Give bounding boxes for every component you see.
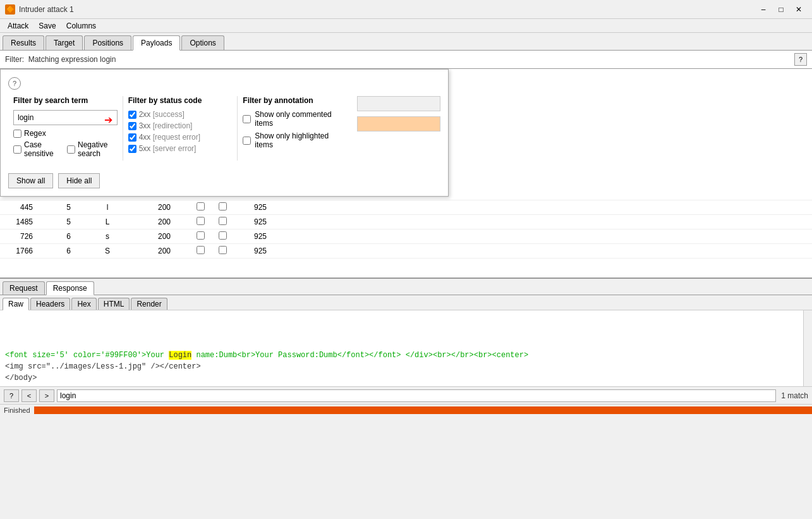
cell-num: 6 bbox=[38, 229, 76, 244]
popup-help-icon: ? bbox=[8, 77, 21, 90]
tab-options[interactable]: Options bbox=[181, 35, 224, 50]
status-5xx-checkbox[interactable] bbox=[128, 145, 136, 153]
cell-status: 200 bbox=[139, 244, 190, 259]
search-bar-bottom: ? < > 1 match bbox=[0, 386, 812, 404]
comment-area bbox=[352, 96, 440, 161]
status-4xx-label: 4xx [request error] bbox=[139, 133, 200, 142]
cell-id: 726 bbox=[0, 229, 38, 244]
menu-bar: Attack Save Columns bbox=[0, 19, 812, 33]
search-help-button[interactable]: ? bbox=[4, 389, 19, 402]
cell-payload: s bbox=[76, 229, 139, 244]
tab-response[interactable]: Response bbox=[46, 281, 94, 295]
table-row[interactable]: 445 5 l 200 925 bbox=[0, 200, 812, 215]
cell-extra bbox=[272, 244, 812, 259]
search-term-title: Filter by search term bbox=[13, 96, 118, 105]
cell-chk1 bbox=[190, 229, 212, 244]
cell-chk2 bbox=[212, 215, 234, 229]
row-check1[interactable] bbox=[197, 246, 205, 254]
menu-columns[interactable]: Columns bbox=[61, 20, 101, 32]
main-tabs: Results Target Positions Payloads Option… bbox=[0, 33, 812, 51]
menu-save[interactable]: Save bbox=[33, 20, 61, 32]
status-5xx-label: 5xx [server error] bbox=[139, 144, 197, 153]
search-prev-button[interactable]: < bbox=[21, 389, 37, 402]
tab-request[interactable]: Request bbox=[3, 281, 45, 295]
cell-chk2 bbox=[212, 244, 234, 259]
cell-num: 5 bbox=[38, 215, 76, 229]
row-check2[interactable] bbox=[219, 202, 227, 211]
status-3xx-checkbox[interactable] bbox=[128, 122, 136, 130]
progress-container: Finished bbox=[0, 404, 812, 415]
cell-status: 200 bbox=[139, 229, 190, 244]
code-line-2 bbox=[5, 327, 799, 338]
regex-row: Regex bbox=[13, 129, 118, 138]
status-5xx-row: 5xx [server error] bbox=[128, 144, 233, 153]
code-line-5: <img src="../images/Less-1.jpg" /></cent… bbox=[5, 361, 799, 372]
annotation-title: Filter by annotation bbox=[243, 96, 347, 105]
row-check2[interactable] bbox=[219, 246, 227, 254]
cell-chk2 bbox=[212, 200, 234, 215]
code-line-1 bbox=[5, 315, 799, 327]
table-row[interactable]: 1485 5 L 200 925 bbox=[0, 215, 812, 229]
minimize-button[interactable]: – bbox=[755, 3, 772, 16]
negative-search-row: Negative search bbox=[67, 140, 118, 158]
match-count: 1 match bbox=[781, 391, 808, 400]
tab-payloads[interactable]: Payloads bbox=[133, 35, 180, 51]
window-controls: – □ ✕ bbox=[755, 3, 807, 16]
hide-all-button[interactable]: Hide all bbox=[58, 173, 100, 188]
menu-attack[interactable]: Attack bbox=[3, 20, 33, 32]
sub-tabs-bar: Request Response bbox=[0, 279, 812, 295]
case-sensitive-checkbox[interactable] bbox=[13, 145, 21, 154]
row-check1[interactable] bbox=[197, 202, 205, 211]
commented-label: Show only commented items bbox=[255, 110, 347, 128]
negative-search-label: Negative search bbox=[78, 140, 118, 158]
table-row[interactable]: 1766 6 S 200 925 bbox=[0, 244, 812, 259]
filter-label: Filter: Matching expression login bbox=[5, 55, 116, 64]
code-scrollbar[interactable] bbox=[803, 310, 812, 386]
status-code-title: Filter by status code bbox=[128, 96, 233, 105]
status-4xx-checkbox[interactable] bbox=[128, 133, 136, 142]
row-check1[interactable] bbox=[197, 231, 205, 240]
inner-tab-headers[interactable]: Headers bbox=[30, 298, 70, 310]
negative-search-checkbox[interactable] bbox=[67, 145, 75, 154]
progress-track bbox=[34, 406, 812, 414]
cell-id: 1766 bbox=[0, 244, 38, 259]
case-sensitive-row: Case sensitive bbox=[13, 140, 59, 158]
cell-num: 5 bbox=[38, 200, 76, 215]
tab-results[interactable]: Results bbox=[3, 35, 44, 50]
cell-extra bbox=[272, 229, 812, 244]
row-check2[interactable] bbox=[219, 231, 227, 240]
close-button[interactable]: ✕ bbox=[791, 3, 807, 16]
highlighted-checkbox[interactable] bbox=[243, 137, 251, 145]
regex-checkbox[interactable] bbox=[13, 130, 21, 138]
search-term-input[interactable] bbox=[13, 110, 118, 125]
filter-help-button[interactable]: ? bbox=[794, 53, 807, 66]
window-title: Intruder attack 1 bbox=[19, 5, 74, 14]
status-4xx-row: 4xx [request error] bbox=[128, 133, 233, 142]
comment-header-bar bbox=[357, 96, 440, 111]
filter-value: Matching expression login bbox=[28, 55, 116, 64]
inner-tab-hex[interactable]: Hex bbox=[71, 298, 96, 310]
row-check2[interactable] bbox=[219, 217, 227, 225]
table-row[interactable]: 726 6 s 200 925 bbox=[0, 229, 812, 244]
inner-tab-raw[interactable]: Raw bbox=[3, 298, 29, 310]
tab-target[interactable]: Target bbox=[45, 35, 83, 50]
cell-extra bbox=[272, 200, 812, 215]
comment-highlight-bar bbox=[357, 116, 440, 131]
inner-tab-render[interactable]: Render bbox=[131, 298, 167, 310]
cell-chk1 bbox=[190, 200, 212, 215]
filter-search-term-section: Filter by search term ➔ Regex Case sensi… bbox=[8, 96, 123, 161]
cell-payload: S bbox=[76, 244, 139, 259]
maximize-button[interactable]: □ bbox=[773, 3, 789, 16]
main-area: 1364 4 l 200 925 445 5 l 200 925 1485 5 … bbox=[0, 69, 812, 278]
tab-positions[interactable]: Positions bbox=[84, 35, 131, 50]
highlighted-label: Show only highlighted items bbox=[255, 131, 347, 149]
row-check1[interactable] bbox=[197, 217, 205, 225]
filter-popup: ? Filter by search term ➔ Regex Case sen… bbox=[0, 69, 449, 197]
search-next-button[interactable]: > bbox=[39, 389, 54, 402]
inner-tab-html[interactable]: HTML bbox=[98, 298, 130, 310]
search-bottom-input[interactable] bbox=[57, 389, 776, 402]
search-input-wrapper: ➔ bbox=[13, 110, 118, 129]
show-all-button[interactable]: Show all bbox=[8, 173, 53, 188]
commented-checkbox[interactable] bbox=[243, 115, 251, 123]
status-2xx-checkbox[interactable] bbox=[128, 111, 136, 119]
